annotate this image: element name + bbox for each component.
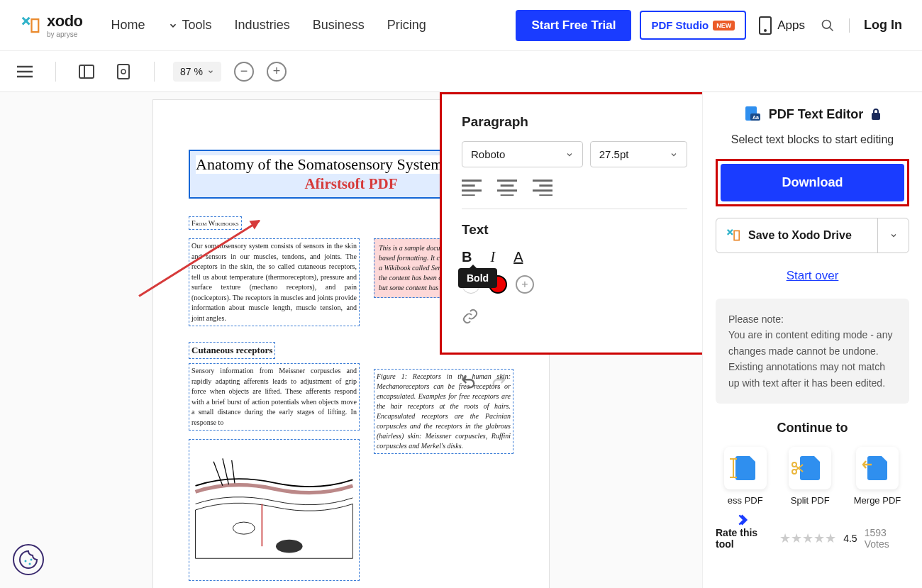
- login-link[interactable]: Log In: [864, 18, 902, 33]
- apps-link[interactable]: Apps: [759, 16, 805, 35]
- paragraph-1[interactable]: Our somatosensory system consists of sen…: [189, 238, 360, 326]
- chevron-down-icon: [168, 21, 178, 30]
- compress-icon: [728, 456, 738, 480]
- tools-row: ess PDF Split PDF Merge PDF: [716, 447, 909, 506]
- sidebar-hint: Select text blocks to start editing: [716, 133, 909, 146]
- svg-rect-7: [118, 65, 129, 79]
- color-add[interactable]: +: [516, 275, 534, 294]
- sidebar-title: Aa PDF Text Editor: [716, 105, 909, 123]
- top-nav: xodo by apryse Home Tools Industries Bus…: [0, 0, 922, 51]
- tool-split[interactable]: Split PDF: [789, 447, 831, 506]
- tool-compress[interactable]: ess PDF: [724, 447, 767, 506]
- logo[interactable]: xodo by apryse: [20, 12, 83, 38]
- svg-point-37: [25, 560, 27, 562]
- text-heading: Text: [462, 222, 687, 238]
- document-area: Anatomy of the Somatosensory System Afir…: [0, 92, 702, 588]
- link-icon: [462, 308, 479, 325]
- svg-line-9: [213, 462, 223, 486]
- zoom-level[interactable]: 87 %: [173, 62, 221, 82]
- download-button[interactable]: Download: [721, 164, 904, 201]
- bold-tooltip: Bold: [458, 268, 497, 288]
- editor-icon: Aa: [743, 105, 762, 123]
- page-settings[interactable]: [111, 60, 135, 84]
- merge-arrow-icon: [859, 460, 873, 470]
- start-trial-button[interactable]: Start Free Trial: [516, 10, 631, 41]
- svg-rect-29: [872, 113, 880, 120]
- lock-icon: [870, 108, 882, 121]
- align-left-button[interactable]: [462, 179, 482, 196]
- chevron-down-icon: [889, 231, 898, 240]
- sidebar-toggle[interactable]: [74, 60, 99, 84]
- chevron-down-icon: [207, 68, 214, 75]
- svg-point-39: [30, 559, 33, 561]
- search-button[interactable]: [821, 18, 835, 33]
- link-button[interactable]: [462, 308, 687, 325]
- sidebar: Aa PDF Text Editor Select text blocks to…: [702, 92, 922, 588]
- svg-line-11: [232, 460, 235, 483]
- save-drive-button[interactable]: Save to Xodo Drive: [716, 218, 877, 253]
- menu-button[interactable]: [13, 60, 37, 84]
- paragraph-2[interactable]: Sensory information from Meissner corpus…: [189, 363, 360, 431]
- nav-tools[interactable]: Tools: [168, 18, 212, 33]
- align-right-button[interactable]: [533, 179, 552, 196]
- logo-text: xodo: [47, 12, 83, 30]
- device-icon: [759, 16, 772, 35]
- page-gear-icon: [116, 63, 130, 80]
- continue-heading: Continue to: [716, 421, 909, 436]
- cookie-icon: [18, 550, 38, 570]
- redo-button[interactable]: [490, 374, 509, 389]
- new-badge: NEW: [713, 21, 735, 30]
- font-dropdown[interactable]: Roboto: [462, 141, 583, 167]
- note-box: Please note: You are in content editing …: [716, 299, 909, 404]
- nav-business[interactable]: Business: [313, 18, 365, 33]
- panel-icon: [79, 65, 94, 79]
- chevron-down-icon: [670, 150, 678, 159]
- tool-merge[interactable]: Merge PDF: [854, 447, 901, 506]
- underline-button[interactable]: A: [513, 249, 523, 265]
- nav-pricing[interactable]: Pricing: [387, 18, 426, 33]
- tools-next-arrow[interactable]: [737, 513, 751, 527]
- svg-point-38: [29, 563, 31, 565]
- bold-button[interactable]: B: [462, 249, 472, 265]
- skin-diagram: [189, 440, 359, 580]
- scissors-icon: [792, 462, 804, 475]
- align-center-button[interactable]: [497, 179, 517, 196]
- search-icon: [821, 18, 835, 33]
- svg-rect-5: [79, 65, 94, 78]
- undo-button[interactable]: [459, 374, 477, 389]
- nav-industries[interactable]: Industries: [235, 18, 290, 33]
- paragraph-heading: Paragraph: [462, 114, 687, 130]
- pdf-studio-button[interactable]: PDF Studio NEW: [640, 11, 746, 40]
- download-highlight: Download: [716, 159, 909, 206]
- svg-line-1: [830, 27, 833, 30]
- divider: [849, 18, 850, 33]
- chevron-down-icon: [565, 150, 574, 159]
- toolbar: 87 % − +: [0, 51, 922, 92]
- save-options[interactable]: [877, 218, 909, 253]
- logo-icon: [20, 15, 41, 36]
- logo-subtext: by apryse: [47, 30, 83, 38]
- nav-items: Home Tools Industries Business Pricing: [111, 18, 426, 33]
- size-dropdown[interactable]: 27.5pt: [590, 141, 687, 167]
- start-over-link[interactable]: Start over: [716, 269, 909, 283]
- source-line: From Wikibooks: [189, 216, 242, 230]
- svg-point-0: [823, 20, 831, 28]
- italic-button[interactable]: I: [490, 249, 495, 265]
- xodo-drive-icon: [726, 228, 741, 243]
- subheading[interactable]: Cutaneous receptors: [189, 342, 275, 359]
- svg-point-13: [276, 540, 303, 553]
- edit-panel: Paragraph Roboto 27.5pt Text B: [440, 92, 702, 355]
- star-rating[interactable]: ★★★★★: [779, 531, 836, 546]
- figure-1[interactable]: [189, 439, 360, 581]
- nav-home[interactable]: Home: [111, 18, 145, 33]
- cookie-settings[interactable]: [13, 544, 44, 575]
- rating-row: Rate this tool ★★★★★ 4.5 1593 Votes: [716, 527, 909, 550]
- hamburger-icon: [17, 65, 33, 78]
- zoom-in-button[interactable]: +: [267, 62, 287, 82]
- svg-line-10: [223, 458, 229, 484]
- svg-text:Aa: Aa: [752, 115, 759, 120]
- svg-point-8: [121, 70, 126, 74]
- zoom-out-button[interactable]: −: [234, 62, 254, 82]
